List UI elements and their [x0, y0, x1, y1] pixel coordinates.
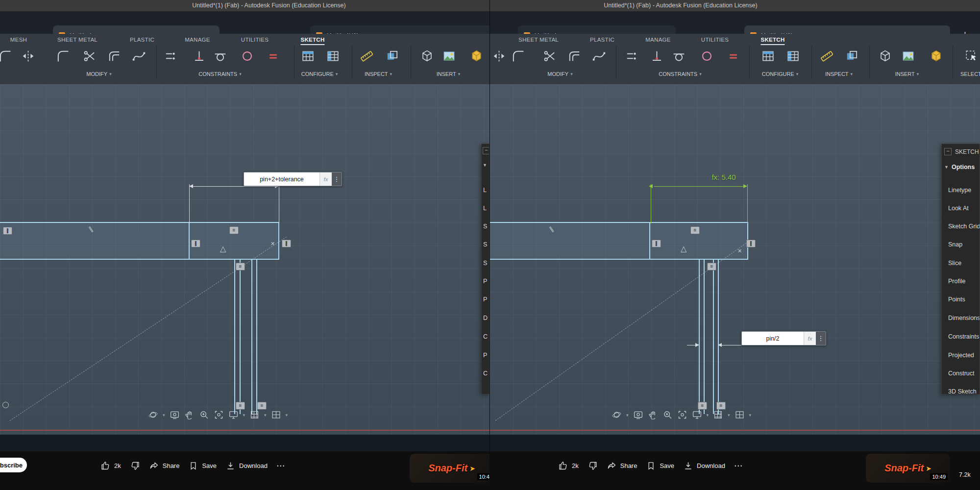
constraint-badge[interactable]: ≡	[690, 226, 700, 234]
sketch-line[interactable]	[0, 259, 279, 260]
parallel-constraint-icon[interactable]	[264, 47, 282, 65]
select-group-button[interactable]: SELECT	[960, 71, 980, 77]
chevron-down-icon[interactable]: ▾	[264, 413, 267, 417]
fx-button[interactable]: fx	[804, 332, 816, 345]
dimension-input-box[interactable]: pin/2 fx ⋮	[741, 331, 826, 345]
dimension-line[interactable]	[654, 186, 744, 187]
palette-item-look-at[interactable]: Look At	[948, 205, 969, 212]
tangent-constraint-icon[interactable]	[669, 47, 688, 65]
viewports-icon[interactable]	[271, 410, 281, 420]
sketch-line[interactable]	[189, 222, 190, 260]
constraint-badge[interactable]: ≡	[236, 263, 245, 270]
dimension-menu-button[interactable]: ⋮	[332, 172, 342, 186]
look-at-icon[interactable]	[633, 410, 643, 420]
palette-item[interactable]: P	[483, 352, 487, 359]
menu-tab-sketch[interactable]: SKETCH	[300, 37, 324, 45]
chevron-down-icon[interactable]: ▾	[749, 413, 752, 417]
menu-tab-plastic[interactable]: PLASTIC	[130, 37, 154, 43]
menu-tab-manage[interactable]: MANAGE	[185, 37, 210, 43]
palette-item[interactable]: S	[483, 260, 487, 267]
fillet-icon[interactable]	[509, 47, 527, 65]
video-thumbnail[interactable]: Snap-Fit ➤ 10:4	[410, 454, 490, 483]
like-button[interactable]: 2k	[558, 461, 579, 471]
display-settings-icon[interactable]	[692, 410, 702, 420]
chevron-down-icon[interactable]: ▾	[286, 413, 288, 417]
chevron-down-icon[interactable]: ▾	[243, 413, 245, 417]
insert-image-icon[interactable]	[440, 47, 458, 65]
insert-group-button[interactable]: INSERT▾	[895, 71, 919, 77]
palette-item-dimensions[interactable]: Dimensions	[948, 315, 980, 321]
horizontal-vertical-constraint-icon[interactable]	[161, 47, 180, 65]
palette-item-points[interactable]: Points	[948, 296, 965, 303]
spline-icon[interactable]	[129, 47, 148, 65]
mirror-icon[interactable]	[19, 47, 37, 65]
tangent-constraint-icon[interactable]	[211, 47, 229, 65]
constraint-badge[interactable]: ≡	[698, 402, 707, 410]
palette-item[interactable]: P	[483, 296, 487, 303]
save-button[interactable]: Save	[188, 461, 217, 471]
grid-snap-icon[interactable]	[249, 410, 260, 420]
offset-icon[interactable]	[565, 47, 584, 65]
palette-item-slice[interactable]: Slice	[948, 260, 961, 267]
insert-canvas-icon[interactable]	[927, 47, 945, 65]
inspect-group-button[interactable]: INSPECT▾	[825, 71, 853, 77]
sketch-canvas[interactable]: fx: 5.40 pin/2 fx ⋮ ≡ ∥ ∥ ≡ ≡ ≡ △ ✕ ∥	[490, 84, 980, 435]
palette-item-sketch-grid[interactable]: Sketch Grid	[948, 223, 980, 230]
dimension-input-box[interactable]: pin+2+tolerance fx ⋮	[244, 172, 342, 186]
chevron-down-icon[interactable]: ▾	[707, 413, 709, 417]
palette-options-header[interactable]: ▼ Options	[944, 164, 975, 171]
sketch-line[interactable]	[699, 259, 700, 414]
grid-snap-icon[interactable]	[713, 410, 723, 420]
sketch-canvas[interactable]: pin+2+tolerance fx ⋮ ≡ ∥ ∥ ∥ ≡ ≡ ≡ △ ✕ ∥…	[0, 84, 490, 435]
share-button[interactable]: Share	[149, 461, 180, 471]
constraints-group-button[interactable]: CONSTRAINTS▾	[198, 71, 241, 77]
look-at-icon[interactable]	[170, 410, 180, 420]
chevron-down-icon[interactable]: ▾	[626, 413, 629, 417]
constraint-badge[interactable]: ∥	[652, 240, 661, 247]
trim-icon[interactable]	[80, 47, 98, 65]
configure-icon[interactable]	[784, 47, 802, 65]
dimension-value-field[interactable]: pin/2	[742, 332, 804, 345]
dimension-value-field[interactable]: pin+2+tolerance	[244, 172, 319, 186]
palette-item[interactable]: P	[483, 278, 487, 285]
pan-icon[interactable]	[184, 410, 195, 420]
constraint-badge[interactable]: ≡	[236, 402, 245, 410]
sketch-line[interactable]	[713, 259, 714, 414]
subscribe-button[interactable]: bscribe	[0, 458, 27, 472]
sketch-line[interactable]	[0, 222, 279, 223]
chevron-down-icon[interactable]: ▾	[728, 413, 730, 417]
menu-tab-sketch[interactable]: SKETCH	[760, 37, 784, 45]
palette-item-projected[interactable]: Projected	[948, 352, 974, 359]
like-button[interactable]: 2k	[100, 461, 121, 471]
modify-group-button[interactable]: MODIFY▾	[86, 71, 111, 77]
insert-group-button[interactable]: INSERT▾	[437, 71, 461, 77]
palette-item[interactable]: S	[483, 241, 487, 248]
palette-item-constraints[interactable]: Constraints	[948, 333, 979, 340]
share-button[interactable]: Share	[607, 461, 637, 471]
configuration-table-icon[interactable]	[298, 47, 317, 65]
insert-derive-icon[interactable]	[876, 47, 894, 65]
palette-item[interactable]: L	[483, 187, 487, 194]
constraint-badge[interactable]: ≡	[229, 226, 239, 234]
constraint-badge[interactable]: ∥	[746, 240, 756, 247]
trim-icon[interactable]	[540, 47, 559, 65]
palette-item[interactable]: D	[483, 315, 488, 321]
parallel-constraint-icon[interactable]	[724, 47, 742, 65]
palette-item[interactable]: C	[483, 370, 488, 377]
section-analysis-icon[interactable]	[383, 47, 401, 65]
palette-item-linetype[interactable]: Linetype	[948, 187, 971, 194]
sketch-line[interactable]	[718, 259, 719, 414]
minimize-icon[interactable]: −	[944, 148, 952, 155]
fit-icon[interactable]	[677, 410, 687, 420]
sketch-line[interactable]	[251, 259, 252, 414]
dislike-button[interactable]	[130, 461, 140, 471]
construction-line[interactable]	[10, 237, 287, 421]
section-analysis-icon[interactable]	[842, 47, 861, 65]
menu-tab-plastic[interactable]: PLASTIC	[590, 37, 614, 43]
configure-icon[interactable]	[323, 47, 342, 65]
viewports-icon[interactable]	[735, 410, 745, 420]
sketch-line[interactable]	[649, 222, 650, 260]
configure-group-button[interactable]: CONFIGURE▾	[762, 71, 799, 77]
fx-button[interactable]: fx	[319, 172, 332, 186]
display-settings-icon[interactable]	[228, 410, 239, 420]
